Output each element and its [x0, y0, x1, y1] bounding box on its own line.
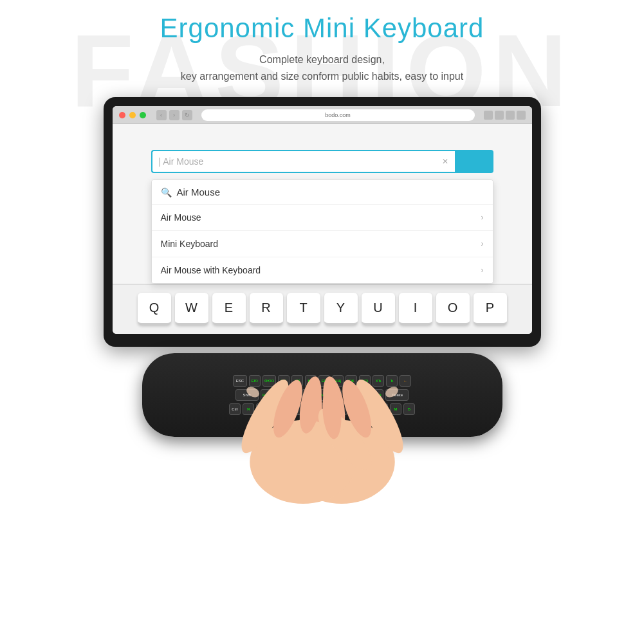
- suggestion-item-2[interactable]: Mini Keyboard ›: [152, 231, 493, 257]
- search-button[interactable]: [455, 150, 493, 173]
- vk-key-r[interactable]: R: [250, 293, 283, 325]
- share-button[interactable]: [484, 111, 493, 120]
- vk-key-y[interactable]: Y: [324, 293, 358, 325]
- search-icon: 🔍: [161, 187, 172, 198]
- browser-toolbar: ‹ › ↻ bodo.com: [113, 106, 532, 124]
- suggestion-arrow-3: ›: [481, 266, 484, 275]
- suggestion-arrow-1: ›: [481, 213, 484, 222]
- traffic-light-yellow[interactable]: [129, 112, 136, 118]
- monitor-screen: ‹ › ↻ bodo.com: [113, 106, 532, 334]
- virtual-keyboard: Q W E R T Y U I O P: [113, 284, 532, 334]
- browser-search-input[interactable]: | Air Mouse ✕: [151, 150, 455, 173]
- more-button[interactable]: [506, 111, 515, 120]
- browser-search-area: | Air Mouse ✕: [113, 124, 532, 179]
- vk-row-1: Q W E R T Y U I O P: [118, 293, 527, 325]
- vk-key-p[interactable]: P: [474, 293, 507, 325]
- suggestion-label-3: Air Mouse with Keyboard: [161, 265, 261, 275]
- vk-key-u[interactable]: U: [362, 293, 395, 325]
- download-button[interactable]: [517, 111, 526, 120]
- vk-key-e[interactable]: E: [212, 293, 246, 325]
- suggestion-search-row: 🔍 Air Mouse: [152, 180, 493, 205]
- suggestion-item-1[interactable]: Air Mouse ›: [152, 205, 493, 231]
- hands-keyboard-section: ESC ЕЮ ФЮО ЦХ УИ КШ ЕП НЩ ГЖ ШЭ ХЪ Ъ ← S…: [91, 340, 554, 508]
- suggestion-query-text: Air Mouse: [177, 187, 221, 198]
- vk-key-q[interactable]: Q: [138, 293, 171, 325]
- right-hand: [71, 340, 535, 508]
- bookmark-button[interactable]: [495, 111, 504, 120]
- url-bar[interactable]: bodo.com: [201, 109, 475, 121]
- monitor-frame: ‹ › ↻ bodo.com: [104, 97, 541, 347]
- browser-nav: ‹ › ↻: [156, 110, 192, 120]
- back-button[interactable]: ‹: [156, 110, 167, 120]
- vk-key-w[interactable]: W: [175, 293, 208, 325]
- vk-key-t[interactable]: T: [287, 293, 320, 325]
- page-title: Ergonomic Mini Keyboard: [160, 13, 484, 44]
- suggestion-arrow-2: ›: [481, 239, 484, 248]
- traffic-light-green[interactable]: [140, 112, 146, 118]
- forward-button[interactable]: ›: [169, 110, 179, 120]
- browser-action-buttons: [484, 111, 526, 120]
- suggestion-label-2: Mini Keyboard: [161, 239, 219, 249]
- subtitle: Complete keyboard design, key arrangemen…: [181, 51, 463, 84]
- suggestion-dropdown: 🔍 Air Mouse Air Mouse › Mini Keyboard › …: [151, 179, 493, 284]
- browser-content: | Air Mouse ✕ 🔍 Air Mouse Air Mouse ›: [113, 124, 532, 284]
- suggestion-item-3[interactable]: Air Mouse with Keyboard ›: [152, 257, 493, 283]
- vk-key-i[interactable]: I: [399, 293, 432, 325]
- suggestion-label-1: Air Mouse: [161, 212, 201, 223]
- traffic-light-red[interactable]: [119, 112, 125, 118]
- svg-point-13: [244, 385, 261, 400]
- refresh-button[interactable]: ↻: [182, 110, 192, 120]
- vk-key-o[interactable]: O: [436, 293, 470, 325]
- search-clear-icon[interactable]: ✕: [442, 157, 448, 166]
